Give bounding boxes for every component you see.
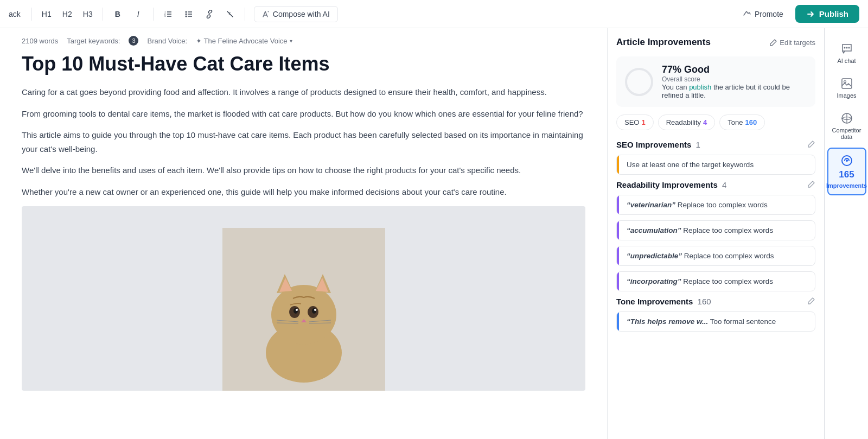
svg-point-8 (185, 15, 187, 17)
svg-point-36 (846, 47, 847, 49)
seo-item-content-1: Use at least one of the target keywords (619, 155, 761, 174)
readability-count: 4 (703, 118, 707, 126)
improvements-icon (840, 154, 853, 167)
toolbar: ack H1 H2 H3 B I 1. 2. 3. (0, 0, 868, 28)
compose-with-ai-button[interactable]: Compose with AI (254, 6, 338, 22)
bold-button[interactable]: B (110, 6, 126, 22)
ai-icon (262, 10, 270, 18)
tone-edit-icon (808, 297, 815, 304)
edit-targets-button[interactable]: Edit targets (770, 39, 815, 47)
seo-edit-icon (808, 140, 815, 148)
seo-count: 1 (641, 118, 645, 126)
tone-item-content-1: “This helps remove w... Too formal sente… (619, 312, 783, 331)
seo-edit-button[interactable] (808, 140, 815, 149)
paragraph-1: Caring for a cat goes beyond providing f… (22, 85, 585, 99)
score-section: 77% Good Overall score You can publish t… (616, 56, 815, 107)
readability-section-count: 4 (720, 180, 727, 189)
meta-bar: 2109 words Target keywords: 3 Brand Voic… (22, 28, 585, 52)
paragraph-5: Whether you're a new cat owner or an exp… (22, 185, 585, 199)
score-description: You can publish the article but it could… (662, 83, 808, 99)
promote-button[interactable]: Promote (735, 7, 791, 22)
readability-item-content-3: “unpredictable” Replace too complex word… (619, 246, 782, 265)
link-button[interactable] (201, 6, 218, 22)
paragraph-4: We'll delve into the benefits and uses o… (22, 163, 585, 177)
readability-item-1[interactable]: “veterinarian” Replace too complex words (616, 195, 815, 215)
tone-item-1[interactable]: “This helps remove w... Too formal sente… (616, 311, 815, 332)
ai-chat-icon-item[interactable]: AI chat (827, 37, 866, 69)
score-value: 77% Good (662, 64, 808, 75)
seo-label: SEO (624, 118, 639, 126)
svg-point-39 (844, 81, 846, 83)
clear-format-button[interactable]: T (222, 6, 238, 22)
tone-section-title: Tone Improvements 160 (616, 297, 711, 306)
seo-section-count: 1 (693, 140, 700, 149)
italic-button[interactable]: I (130, 6, 146, 22)
tone-section-header: Tone Improvements 160 (616, 297, 815, 306)
improvements-panel: Article Improvements Edit targets 77% Go… (608, 28, 825, 439)
svg-point-7 (185, 13, 187, 15)
readability-section-title: Readability Improvements 4 (616, 180, 726, 189)
h1-button[interactable]: H1 (39, 6, 55, 22)
article-title[interactable]: Top 10 Must-Have Cat Care Items (22, 52, 585, 75)
target-keywords-label: Target keywords: (67, 37, 120, 45)
unordered-list-button[interactable] (181, 6, 197, 22)
h2-button[interactable]: H2 (59, 6, 75, 22)
svg-point-33 (626, 69, 652, 95)
svg-point-35 (844, 47, 845, 49)
promote-icon (743, 10, 751, 18)
seo-item-1[interactable]: Use at least one of the target keywords (616, 155, 815, 175)
readability-item-3[interactable]: “unpredictable” Replace too complex word… (616, 246, 815, 266)
score-desc-pre: You can (662, 83, 689, 91)
back-button[interactable]: ack (9, 10, 21, 18)
h3-button[interactable]: H3 (80, 6, 96, 22)
cat-illustration (222, 228, 385, 391)
score-tags: SEO 1 Readability 4 Tone 160 (616, 114, 815, 130)
publish-button[interactable]: Publish (795, 5, 859, 23)
paragraph-2: From grooming tools to dental care items… (22, 107, 585, 121)
improvements-icon-item[interactable]: 165 Improvements (827, 148, 866, 195)
editor-panel: 2109 words Target keywords: 3 Brand Voic… (0, 28, 608, 439)
svg-point-6 (185, 11, 187, 12)
article-image (22, 206, 585, 391)
competitor-data-icon-item[interactable]: Competitor data (827, 106, 866, 145)
brand-voice-selector[interactable]: ✦ The Feline Advocate Voice ▾ (196, 37, 292, 45)
paragraph-3: This article aims to guide you through t… (22, 128, 585, 156)
score-circle (624, 67, 654, 97)
panel-header: Article Improvements Edit targets (616, 37, 815, 48)
tone-tag[interactable]: Tone 160 (719, 114, 765, 130)
ordered-list-button[interactable]: 1. 2. 3. (160, 6, 176, 22)
svg-text:3.: 3. (164, 15, 166, 17)
seo-tag[interactable]: SEO 1 (616, 114, 654, 130)
keywords-badge[interactable]: 3 (129, 36, 138, 46)
svg-point-37 (848, 47, 850, 49)
word-count: 2109 words (22, 37, 58, 45)
publish-label: Publish (819, 9, 848, 18)
publish-link[interactable]: publish (689, 83, 711, 91)
competitor-data-label: Competitor data (831, 127, 863, 140)
readability-edit-icon (808, 180, 815, 188)
tone-label: Tone (727, 118, 743, 126)
readability-tag[interactable]: Readability 4 (658, 114, 716, 130)
tone-edit-button[interactable] (808, 297, 815, 306)
competitor-data-icon (840, 112, 853, 125)
divider-3 (153, 8, 154, 21)
readability-item-2[interactable]: “accumulation” Replace too complex words (616, 220, 815, 240)
svg-point-43 (846, 160, 848, 162)
svg-point-27 (314, 309, 316, 311)
edit-targets-label: Edit targets (780, 39, 815, 47)
panel-title: Article Improvements (616, 37, 711, 48)
article-body[interactable]: Caring for a cat goes beyond providing f… (22, 85, 585, 199)
edit-icon (770, 39, 777, 46)
readability-item-4[interactable]: “incorporating” Replace too complex word… (616, 271, 815, 291)
score-label: Overall score (662, 75, 808, 83)
readability-item-content-1: “veterinarian” Replace too complex words (619, 195, 775, 214)
divider-4 (245, 8, 245, 21)
images-icon-item[interactable]: Images (827, 72, 866, 104)
tone-count: 160 (745, 118, 757, 126)
readability-edit-button[interactable] (808, 180, 815, 189)
score-info: 77% Good Overall score You can publish t… (662, 64, 808, 99)
compose-label: Compose with AI (273, 10, 330, 18)
svg-point-14 (267, 11, 269, 12)
readability-section-header: Readability Improvements 4 (616, 180, 815, 189)
side-icons-panel: AI chat Images Competitor data (825, 28, 868, 439)
